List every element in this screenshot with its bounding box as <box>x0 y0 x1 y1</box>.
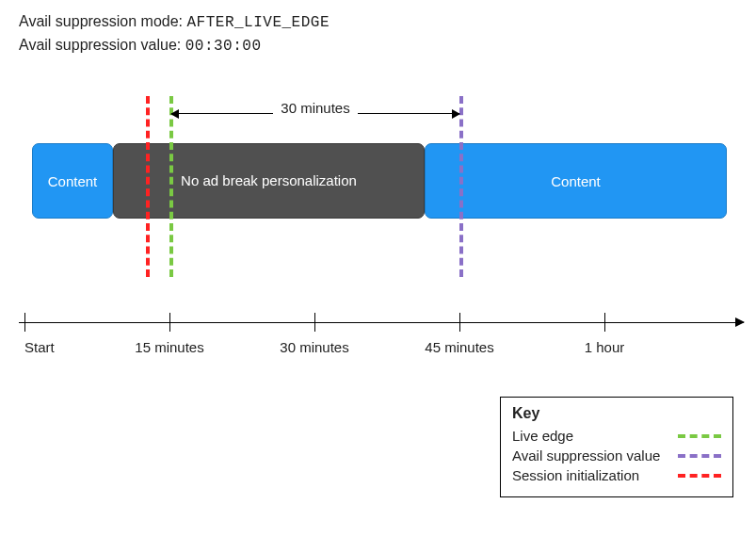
legend-swatch-red <box>678 474 721 478</box>
legend-swatch-green <box>678 434 721 438</box>
legend-swatch-purple <box>678 454 721 458</box>
value-value: 00:30:00 <box>185 38 262 55</box>
time-axis <box>19 322 744 323</box>
axis-label: 15 minutes <box>135 339 203 355</box>
legend-box: Key Live edge Avail suppression value Se… <box>500 397 733 497</box>
legend-row: Live edge <box>512 428 721 444</box>
diagram-stage: 30 minutes Content No ad break personali… <box>19 92 737 394</box>
content-block-2-label: Content <box>551 173 601 189</box>
span-label-wrap: 30 minutes <box>171 100 459 116</box>
legend-row: Session initialization <box>512 467 721 483</box>
session-init-marker <box>146 96 150 277</box>
axis-tick <box>604 313 605 332</box>
no-ad-block: No ad break personalization <box>113 143 425 219</box>
axis-label: 30 minutes <box>280 339 348 355</box>
legend-row: Avail suppression value <box>512 447 721 464</box>
avail-value-marker <box>459 96 463 277</box>
span-label: 30 minutes <box>273 100 357 116</box>
mode-value: AFTER_LIVE_EDGE <box>186 14 330 31</box>
legend-title: Key <box>512 405 721 422</box>
legend-label: Session initialization <box>512 467 639 483</box>
legend-label: Avail suppression value <box>512 447 660 464</box>
content-block-1: Content <box>32 143 113 219</box>
mode-line: Avail suppression mode: AFTER_LIVE_EDGE <box>19 13 737 31</box>
no-ad-block-label: No ad break personalization <box>181 171 357 190</box>
live-edge-marker <box>169 96 173 277</box>
axis-tick <box>459 313 460 332</box>
value-line: Avail suppression value: 00:30:00 <box>19 37 737 55</box>
mode-label: Avail suppression mode: <box>19 13 183 29</box>
axis-tick <box>24 313 25 332</box>
content-block-2: Content <box>425 143 727 219</box>
axis-label: Start <box>24 339 55 355</box>
value-label: Avail suppression value: <box>19 37 181 53</box>
legend-label: Live edge <box>512 428 573 444</box>
axis-label: 45 minutes <box>425 339 493 355</box>
content-block-1-label: Content <box>48 173 98 189</box>
axis-tick <box>169 313 170 332</box>
axis-label: 1 hour <box>585 339 625 355</box>
axis-tick <box>314 313 315 332</box>
